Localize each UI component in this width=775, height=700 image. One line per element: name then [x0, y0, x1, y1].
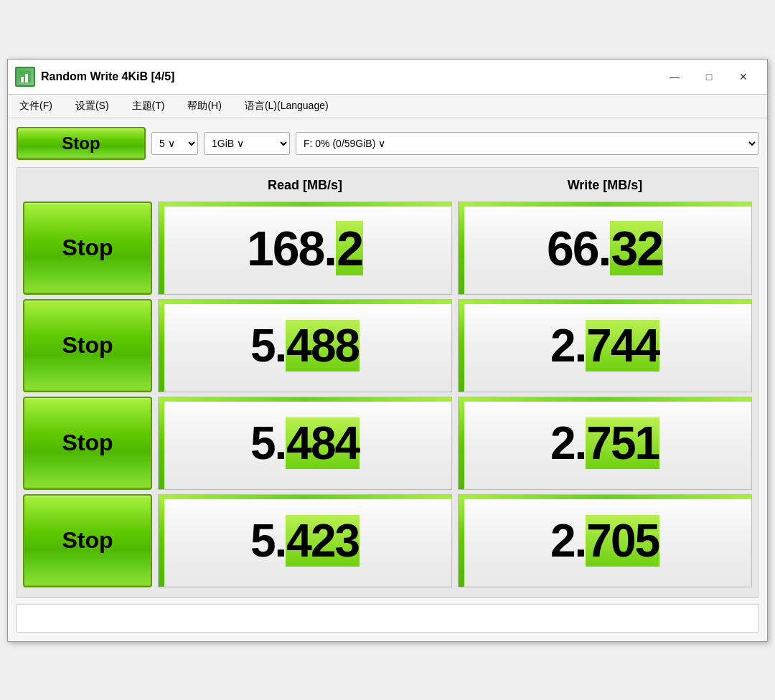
- write-bar-row4: [459, 495, 464, 587]
- write-header: Write [MB/s]: [458, 174, 752, 197]
- read-bar-row3: [159, 397, 164, 489]
- stop-button-row3[interactable]: Stop: [23, 397, 152, 490]
- write-value-row4: 2.705: [458, 494, 752, 587]
- write-value-row1: 66.32: [458, 202, 752, 295]
- menu-language[interactable]: 语言(L)(Language): [240, 98, 333, 115]
- content-area: Stop 5 ∨ 1GiB ∨ F: 0% (0/59GiB) ∨ Read […: [8, 118, 767, 641]
- menu-file[interactable]: 文件(F): [15, 98, 57, 115]
- main-window: Random Write 4KiB [4/5] — □ ✕ 文件(F) 设置(S…: [7, 59, 768, 642]
- window-title: Random Write 4KiB [4/5]: [41, 70, 658, 83]
- count-select[interactable]: 5 ∨: [151, 132, 198, 155]
- write-text-row1: 66.32: [547, 220, 663, 276]
- write-bar-top-row2: [459, 300, 751, 304]
- read-bar-top-row4: [159, 495, 451, 499]
- read-bar-row4: [159, 495, 164, 587]
- write-bar-top-row4: [459, 495, 751, 499]
- maximize-button[interactable]: □: [692, 65, 725, 88]
- read-value-row1: 168.2: [158, 202, 452, 295]
- write-bar-row2: [459, 300, 464, 392]
- menu-bar: 文件(F) 设置(S) 主题(T) 帮助(H) 语言(L)(Language): [8, 95, 767, 118]
- stop-button-row2[interactable]: Stop: [23, 299, 152, 392]
- drive-select[interactable]: F: 0% (0/59GiB) ∨: [296, 132, 758, 155]
- table-row: Stop 168.2 66.32: [23, 202, 752, 295]
- read-bar-row1: [159, 202, 164, 294]
- write-bar-row3: [459, 397, 464, 489]
- write-text-row2: 2.744: [550, 319, 659, 372]
- svg-rect-1: [21, 77, 24, 82]
- read-bar-top-row2: [159, 300, 451, 304]
- write-text-row4: 2.705: [550, 514, 659, 567]
- stop-button-row1[interactable]: Stop: [23, 202, 152, 295]
- write-bar-top-row3: [459, 397, 751, 402]
- read-value-row4: 5.423: [158, 494, 452, 587]
- write-value-row2: 2.744: [458, 299, 752, 392]
- status-bar: [17, 604, 758, 633]
- column-headers: Read [MB/s] Write [MB/s]: [23, 174, 752, 197]
- read-text-row1: 168.2: [247, 220, 363, 276]
- menu-settings[interactable]: 设置(S): [71, 98, 113, 115]
- title-bar: Random Write 4KiB [4/5] — □ ✕: [8, 60, 767, 95]
- read-bar-top-row3: [159, 397, 451, 402]
- top-stop-button[interactable]: Stop: [17, 127, 146, 160]
- read-value-row2: 5.488: [158, 299, 452, 392]
- svg-rect-2: [25, 74, 28, 82]
- size-select[interactable]: 1GiB ∨: [204, 132, 290, 155]
- app-icon: [15, 67, 35, 87]
- read-text-row2: 5.488: [250, 319, 360, 372]
- benchmark-area: Read [MB/s] Write [MB/s] Stop 168.2: [17, 167, 758, 598]
- menu-help[interactable]: 帮助(H): [183, 98, 225, 115]
- write-value-row3: 2.751: [458, 397, 752, 490]
- read-text-row3: 5.484: [250, 417, 360, 470]
- read-bar-row2: [159, 300, 164, 392]
- write-text-row3: 2.751: [550, 417, 659, 470]
- read-header: Read [MB/s]: [158, 174, 452, 197]
- window-controls: — □ ✕: [658, 65, 760, 88]
- stop-button-row4[interactable]: Stop: [23, 494, 152, 587]
- minimize-button[interactable]: —: [658, 65, 691, 88]
- table-row: Stop 5.488 2.744: [23, 299, 752, 392]
- write-bar-top-row1: [459, 202, 751, 207]
- write-bar-row1: [459, 202, 464, 294]
- menu-theme[interactable]: 主题(T): [128, 98, 169, 115]
- read-bar-top-row1: [159, 202, 451, 207]
- table-row: Stop 5.484 2.751: [23, 397, 752, 490]
- read-value-row3: 5.484: [158, 397, 452, 490]
- table-row: Stop 5.423 2.705: [23, 494, 752, 587]
- read-text-row4: 5.423: [250, 514, 360, 567]
- close-button[interactable]: ✕: [727, 65, 760, 88]
